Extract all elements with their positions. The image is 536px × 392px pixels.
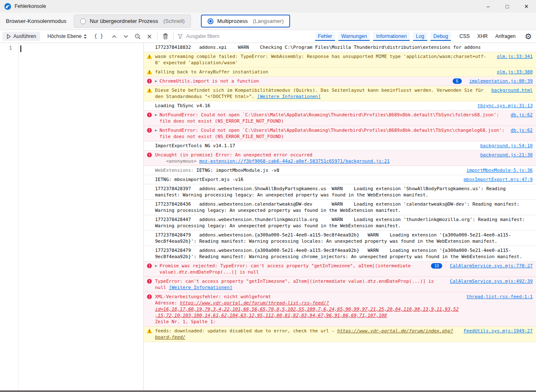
source-location-link[interactable]: importMboxModule-5.js:36 [466, 167, 533, 173]
console-row-error: ▶NotFoundError: Could not open `C:\Users… [144, 126, 536, 141]
extra-filter-buttons: CSSXHRAnfragen [458, 32, 517, 40]
console-row-error: XML-Verarbeitungsfehler: nicht wohlgefor… [144, 292, 536, 327]
log-icon-spacer [147, 103, 152, 108]
close-button[interactable]: ✕ [517, 0, 536, 13]
run-button[interactable]: Ausführen [3, 32, 40, 41]
main-split: 1 1772378418832 addons.xpi WARN Checking… [0, 43, 536, 390]
maximize-button[interactable]: □ [498, 0, 517, 13]
editor-input-area[interactable] [19, 43, 143, 390]
expand-caret-icon[interactable]: ▶ [155, 113, 157, 117]
source-location-link[interactable]: thread-list-rss-feed:1:1 [466, 294, 533, 300]
source-location-link[interactable]: db.js:62 [511, 112, 533, 118]
log-message: 1772378428447 addons.webextension.thunde… [155, 216, 533, 229]
filter-output-input[interactable] [186, 33, 294, 39]
source-location-link[interactable]: implementation.js:80:39 [469, 78, 533, 84]
console-mode-bar: Browser-Konsolenmodus Nur übergeordneter… [0, 13, 536, 30]
expand-caret-icon[interactable]: ▶ [155, 128, 157, 132]
message-url[interactable]: https://www.vdr-portal.de/forum/thread-l… [155, 300, 458, 318]
text-cursor [20, 45, 21, 52]
log-message: ImportExportTools NG v14.1.17 [155, 143, 474, 149]
evaluation-context-select[interactable]: Höchste Ebene [46, 32, 89, 40]
console-row-error: TypeError: can't access property "getInT… [144, 277, 536, 292]
clear-console-button[interactable] [160, 32, 171, 41]
source-location-link[interactable]: mboxImportExport.mjs:47:9 [463, 176, 533, 183]
message-link[interactable]: [Weitere Informationen] [169, 285, 232, 290]
message-text: 1772378428436 addons.webextension.calend… [155, 201, 522, 213]
source-location-link[interactable]: tbsync.sys.mjs:31:13 [478, 103, 533, 109]
message-link[interactable]: [Weitere Informationen] [257, 94, 321, 99]
console-row-log: 1772378428479 addons.webextension.{a300a… [144, 246, 536, 261]
scope-label: Höchste Ebene [48, 33, 82, 39]
close-x-icon [147, 34, 152, 39]
console-row-log: 1772378418832 addons.xpi WARN Checking C… [144, 43, 536, 52]
severity-filter-group: FehlerWarnungenInformationenLogDebug CSS… [315, 32, 533, 41]
log-message: 1772378428436 addons.webextension.calend… [155, 201, 533, 214]
filter-box [178, 33, 315, 39]
log-message: ChromeUtils.import is not a function [160, 78, 448, 84]
code-editor-pane: 1 [0, 43, 144, 390]
settings-gear-icon[interactable]: ⚙ [525, 33, 532, 40]
error-icon [147, 294, 152, 299]
next-result-button[interactable] [120, 33, 132, 40]
source-location-link[interactable]: db.js:62 [511, 127, 533, 133]
source-location-link[interactable]: FeedUtils.sys.mjs:1949:27 [463, 328, 533, 334]
minimize-button[interactable]: – [478, 0, 498, 13]
filter-button-anfragen[interactable]: Anfragen [494, 32, 517, 40]
filter-button-debug[interactable]: Debug [431, 32, 451, 41]
log-icon-spacer [147, 217, 152, 222]
active-filter-buttons: FehlerWarnungenInformationenLogDebug [315, 32, 451, 41]
mode-option-label: Nur übergeordneter Prozess [90, 18, 158, 24]
filter-button-fehler[interactable]: Fehler [315, 32, 335, 41]
filter-button-xhr[interactable]: XHR [476, 32, 489, 40]
toolbar-divider [157, 32, 158, 40]
log-message: 1772378428479 addons.webextension.{a300a… [155, 232, 533, 244]
console-row-warn: falling back to ArrayBuffer instantiatio… [144, 68, 536, 77]
console-row-log: 1772378428397 addons.webextension.ShowAl… [144, 184, 536, 200]
filter-button-css[interactable]: CSS [458, 32, 471, 40]
message-text: IETNG: mboximportExport.mjs -v16 [155, 177, 243, 182]
mode-option-multiprocess[interactable]: Multiprozess (Langsamer) [201, 15, 290, 28]
chevron-up-icon [111, 34, 117, 39]
console-output-pane[interactable]: 1772378418832 addons.xpi WARN Checking C… [144, 43, 536, 390]
source-location-link[interactable]: background.js:21:30 [480, 152, 533, 158]
log-message: feeds: downloaded: updates disabled due … [155, 328, 458, 340]
source-location-link[interactable]: CalAlarmService.sys.mjs:492:39 [450, 278, 533, 284]
log-message: IETNG: mboximportExport.mjs -v16 [155, 176, 458, 183]
warning-icon [147, 328, 152, 334]
expand-caret-icon[interactable]: ▶ [155, 264, 157, 268]
log-message: Diese Seite befindet sich im Kompatibili… [155, 87, 486, 100]
expand-caret-icon[interactable]: ▶ [155, 79, 157, 83]
error-icon [147, 112, 152, 118]
log-icon-spacer [147, 168, 152, 173]
mode-option-parent-process[interactable]: Nur übergeordneter Prozess (Schnell) [74, 15, 191, 28]
search-clock-icon [135, 33, 141, 40]
source-location-link[interactable]: olm.js:33:380 [497, 69, 533, 75]
radio-selected-icon [208, 18, 213, 24]
log-message: falling back to ArrayBuffer instantiatio… [155, 69, 491, 75]
filter-button-warnungen[interactable]: Warnungen [338, 32, 370, 41]
source-location-link[interactable]: background.js:54:10 [480, 143, 533, 149]
previous-result-button[interactable] [108, 33, 120, 40]
source-location-link[interactable]: background.html [491, 87, 533, 93]
message-text: falling back to ArrayBuffer instantiatio… [155, 69, 268, 75]
filter-button-informationen[interactable]: Informationen [373, 32, 409, 41]
console-row-error: ▶Promise was rejected: TypeError: can't … [144, 261, 536, 277]
console-row-error: ▶ChromeUtils.import is not a function6im… [144, 77, 536, 86]
search-history-button[interactable] [132, 32, 144, 41]
message-text: Loading TbSync v4.16 [155, 103, 210, 108]
message-text: NotFoundError: Could not open `C:\Users\… [160, 112, 502, 124]
message-text: WebExtensions: [155, 168, 196, 173]
pretty-print-button[interactable]: { } [92, 32, 105, 40]
error-icon [147, 78, 152, 84]
error-icon [147, 263, 152, 269]
filter-button-log[interactable]: Log [413, 32, 427, 41]
error-icon [147, 152, 152, 158]
log-icon-spacer [147, 177, 152, 182]
console-row-log: IETNG: mboximportExport.mjs -v16mboxImpo… [144, 175, 536, 184]
source-location-link[interactable]: CalAlarmService.sys.mjs:778:27 [450, 263, 533, 269]
clear-input-button[interactable] [144, 33, 155, 40]
message-link[interactable]: moz-extension://f3bf9068-cab6-44a2-a0ef-… [199, 158, 390, 164]
source-location-link[interactable]: olm.js:33:341 [497, 53, 533, 60]
message-text: 1772378428397 addons.webextension.ShowAl… [155, 186, 508, 198]
mode-bar-label: Browser-Konsolenmodus [6, 18, 66, 24]
